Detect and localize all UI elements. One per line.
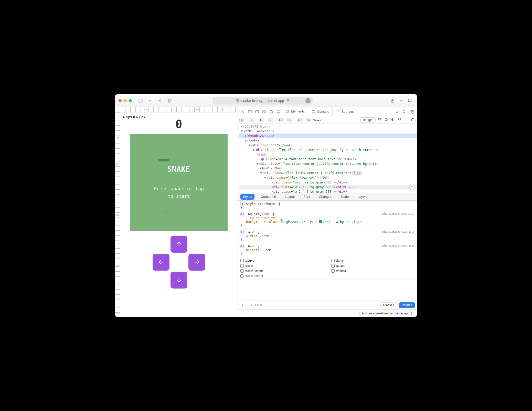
zoom-window-button[interactable] [129,99,132,102]
close-devtools-icon[interactable] [239,108,246,115]
styles-filter-bar: + Filter Classes Pseudo [238,301,417,309]
minimize-window-button[interactable] [124,99,127,102]
crumb[interactable]: E [259,118,263,122]
console-tab-icon [312,110,315,114]
food-dot [164,211,167,214]
snake-segment [158,159,169,161]
crumb[interactable]: E [297,118,302,122]
filter-input[interactable]: Filter [248,302,378,308]
element-picker-icon[interactable] [268,108,275,115]
dpad-down-button[interactable] [171,272,187,289]
styles-subtabs: Styles Computed Layout Font Changes Node… [238,193,417,201]
styletab-font[interactable]: Font [301,194,313,200]
search-icon[interactable] [401,108,407,115]
crumb[interactable]: E [249,118,254,122]
dpad-right-button[interactable] [188,254,205,271]
game-title: SNAKE [154,165,204,173]
styletab-layers[interactable]: Layers [355,194,370,200]
devtools-tab-bar: Elements Console Sources [238,107,417,116]
pseudo-focus-visible[interactable]: :focus-visible [240,269,324,273]
crumb[interactable]: E [278,118,282,122]
more-tabs-icon[interactable] [393,108,400,115]
badges-button[interactable]: Badges [360,117,376,122]
tab-sources[interactable]: Sources [333,107,357,116]
tab-group-chevron-icon[interactable] [147,97,154,104]
pseudo-focus[interactable]: :focus [240,264,324,268]
close-window-button[interactable] [119,99,122,102]
game-board[interactable]: SNAKE Press space or tap to start [130,134,228,231]
dock-undock-icon[interactable] [261,108,268,115]
css-rules-list[interactable]: EStyle Attribute { } index-ec382383.css:… [238,201,417,301]
dock-bottom-icon[interactable] [254,108,260,115]
dark-mode-icon[interactable] [390,117,396,123]
dom-breadcrumb: E〉 E〉 E〉 E〉 E〉 E〉 E〉 E div.w-2… Badges [238,116,417,124]
grid-icon[interactable] [397,117,402,123]
paint-icon[interactable] [403,117,409,123]
responsive-preview-pane: 100 200 300 400 500 100 200 300 400 500 … [115,107,238,317]
svg-line-32 [405,112,405,113]
svg-rect-30 [312,110,315,113]
svg-rect-28 [286,110,289,112]
start-hint: Press space or tap to start [154,185,204,200]
tab-elements[interactable]: Elements [282,107,308,116]
pseudo-button[interactable]: Pseudo [399,302,415,308]
tab-overview-icon[interactable] [406,97,413,104]
pseudo-target[interactable]: :target [331,264,414,268]
styletab-node[interactable]: Node [338,194,352,200]
pseudo-focus-within[interactable]: :focus-within [240,274,324,278]
rule-source-link[interactable]: index-ec382383.css:1:4719 [381,230,414,234]
console-drawer: 〉 Auto — snake-five-cyan.vercel.app ▴▾ [238,309,417,317]
ruler-vertical: 100 200 300 400 500 600 [115,112,120,317]
svg-point-21 [270,110,273,113]
pseudo-hover[interactable]: :hover [331,259,414,263]
tab-console[interactable]: Console [308,107,333,116]
crumb[interactable]: E [239,118,244,122]
dpad-left-button[interactable] [153,254,169,271]
layout-tree-icon[interactable] [377,117,382,123]
score-text: 0 [175,118,182,131]
styletab-layout[interactable]: Layout [282,194,297,200]
rendered-page[interactable]: 0 SNAKE Press space or tap to start [120,112,238,317]
svg-rect-0 [139,99,142,102]
svg-rect-44 [400,120,401,121]
svg-rect-15 [248,110,251,113]
svg-rect-45 [411,119,414,121]
dom-tree[interactable]: <!DOCTYPE html> ▼<html lang="en"> ▶<head… [238,124,417,193]
rule-source-link[interactable]: index-ec382383.css:1:4640 [381,244,414,248]
pseudo-active[interactable]: :active [240,259,324,263]
dock-right-icon[interactable] [247,108,253,115]
add-rule-icon[interactable]: + [240,302,246,308]
rule-source-link[interactable]: index-ec382383.css:1:5017 [381,212,414,216]
device-icon[interactable] [275,108,282,115]
styletab-styles[interactable]: Styles [240,194,254,200]
share-icon[interactable] [389,97,396,104]
gear-icon[interactable] [409,108,416,115]
crumb[interactable]: E [287,118,292,122]
svg-point-2 [169,100,171,101]
svg-rect-8 [408,99,411,102]
console-prompt-icon[interactable]: 〉 [240,311,243,315]
page-menu-icon[interactable]: ••• [305,98,311,103]
svg-rect-37 [385,119,387,120]
style-attribute-rule: EStyle Attribute { } [238,201,417,211]
dpad-up-button[interactable] [171,236,187,253]
sidebar-toggle-icon[interactable] [137,97,144,104]
crumb[interactable]: E [306,118,311,122]
styletab-changes[interactable]: Changes [316,194,335,200]
address-bar[interactable]: snake-five-cyan.vercel.app ••• [213,97,313,105]
back-button-icon[interactable] [156,97,164,104]
privacy-report-icon[interactable] [166,97,173,104]
pseudo-visited[interactable]: :visited [331,269,414,273]
safari-window: snake-five-cyan.vercel.app ••• 100 200 3… [115,94,417,317]
layers-icon[interactable] [410,117,416,123]
execution-context-select[interactable]: Auto — snake-five-cyan.vercel.app ▴▾ [359,311,414,316]
svg-rect-43 [398,120,399,121]
crumb-selected[interactable]: div.w-2… [312,118,325,121]
styletab-computed[interactable]: Computed [258,194,279,200]
help-icon[interactable]: ? [409,185,414,190]
classes-button[interactable]: Classes [380,302,397,308]
print-styles-icon[interactable] [383,117,389,123]
new-tab-icon[interactable] [398,97,405,104]
crumb[interactable]: E [268,118,273,122]
globe-icon [235,99,239,103]
